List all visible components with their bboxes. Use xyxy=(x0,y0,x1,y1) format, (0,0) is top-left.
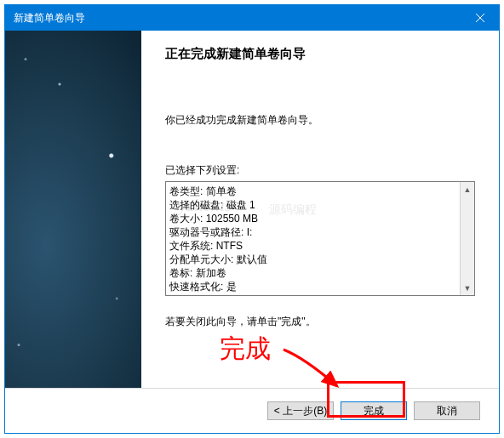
setting-allocation-unit[interactable]: 分配单元大小: 默认值 xyxy=(169,253,456,266)
close-button[interactable] xyxy=(461,5,499,31)
selected-settings-label: 已选择下列设置: xyxy=(165,163,475,178)
settings-listbox[interactable]: 卷类型: 简单卷 选择的磁盘: 磁盘 1 卷大小: 102550 MB 驱动器号… xyxy=(165,181,475,296)
titlebar: 新建简单卷向导 xyxy=(5,5,499,31)
settings-scrollbar[interactable]: ▲ ▼ xyxy=(460,182,474,295)
intro-text: 你已经成功完成新建简单卷向导。 xyxy=(165,113,475,128)
page-heading: 正在完成新建简单卷向导 xyxy=(165,46,475,62)
close-icon xyxy=(475,13,485,23)
closing-instruction: 若要关闭此向导，请单击"完成"。 xyxy=(165,315,475,329)
setting-quick-format[interactable]: 快速格式化: 是 xyxy=(169,280,456,293)
settings-content: 卷类型: 简单卷 选择的磁盘: 磁盘 1 卷大小: 102550 MB 驱动器号… xyxy=(166,182,460,295)
wizard-sidebar-image xyxy=(5,31,141,388)
button-bar: < 上一步(B) 完成 取消 xyxy=(5,389,499,433)
setting-selected-disk[interactable]: 选择的磁盘: 磁盘 1 xyxy=(169,198,456,212)
setting-file-system[interactable]: 文件系统: NTFS xyxy=(169,239,456,253)
setting-drive-letter[interactable]: 驱动器号或路径: I: xyxy=(169,225,456,239)
main-panel: 正在完成新建简单卷向导 你已经成功完成新建简单卷向导。 已选择下列设置: 卷类型… xyxy=(141,31,499,388)
scroll-down-icon[interactable]: ▼ xyxy=(461,281,474,295)
back-button[interactable]: < 上一步(B) xyxy=(267,401,334,420)
wizard-window: 新建简单卷向导 正在完成新建简单卷向导 你已经成功完成新建简单卷向导。 已选择下… xyxy=(4,4,500,434)
scroll-track[interactable] xyxy=(461,196,474,281)
content-area: 正在完成新建简单卷向导 你已经成功完成新建简单卷向导。 已选择下列设置: 卷类型… xyxy=(5,31,499,388)
finish-button[interactable]: 完成 xyxy=(341,401,407,420)
scroll-up-icon[interactable]: ▲ xyxy=(461,182,474,196)
cancel-button[interactable]: 取消 xyxy=(414,401,480,420)
setting-volume-label[interactable]: 卷标: 新加卷 xyxy=(169,266,456,280)
window-title: 新建简单卷向导 xyxy=(14,11,461,26)
setting-volume-size[interactable]: 卷大小: 102550 MB xyxy=(169,212,456,225)
setting-volume-type[interactable]: 卷类型: 简单卷 xyxy=(169,185,456,198)
